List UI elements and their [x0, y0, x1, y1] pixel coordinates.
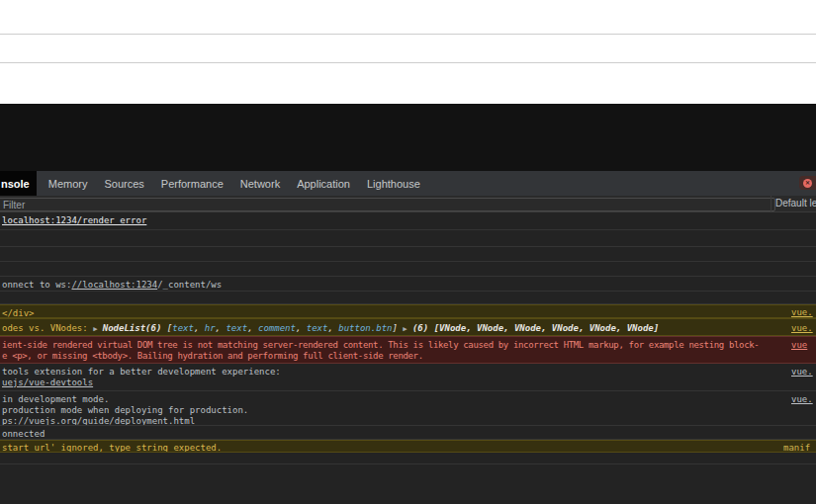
log-row-empty: [0, 453, 816, 464]
hydration-error-line1: ient-side rendered virtual DOM tree is n…: [2, 340, 816, 351]
dev-mode-line2: production mode when deploying for produ…: [2, 405, 816, 416]
warning-row-div: </div> vue.: [0, 304, 816, 318]
error-circle-icon: ✕: [803, 179, 812, 188]
console-filter-bar: Default lev: [0, 196, 816, 212]
devtools-tab-bar: nsole Memory Sources Performance Network…: [0, 171, 816, 196]
expand-arrow-icon[interactable]: ▶: [93, 325, 97, 333]
manifest-warning-text: start_url' ignored, type string expected…: [2, 443, 222, 453]
page-horizontal-rule-2: [0, 62, 816, 63]
source-link-vue[interactable]: vue: [791, 340, 807, 350]
bracket: ]: [392, 323, 397, 333]
devtools-tip-text: tools extension for a better development…: [2, 367, 816, 378]
log-level-dropdown[interactable]: Default lev: [775, 198, 816, 209]
comma: ,: [216, 323, 227, 333]
webpage-content-area: [0, 0, 816, 104]
vnode-array-preview: (6) [VNode, VNode, VNode, VNode, VNode, …: [412, 323, 659, 333]
expand-arrow-icon[interactable]: ▶: [403, 325, 407, 333]
log-row-connected: onnected: [0, 426, 816, 440]
screen: nsole Memory Sources Performance Network…: [0, 0, 816, 504]
log-row-websocket: onnect to ws://localhost:1234/_content/w…: [0, 277, 816, 292]
vue-devtools-link[interactable]: uejs/vue-devtools: [2, 378, 93, 387]
tab-lighthouse[interactable]: Lighthouse: [367, 178, 420, 190]
console-messages: localhost:1234/render_error onnect to ws…: [0, 212, 816, 504]
hydration-error-line2: e <p>, or missing <tbody>. Bailing hydra…: [2, 351, 816, 362]
source-link-vue[interactable]: vue.: [791, 323, 813, 333]
nodelist-warning-prefix: odes vs. VNodes:: [2, 323, 93, 333]
node-item: button.btn: [338, 323, 392, 333]
error-row-hydration: ient-side rendered virtual DOM tree is n…: [0, 336, 816, 364]
log-row-empty: [0, 292, 816, 304]
warning-row-manifest: start_url' ignored, type string expected…: [0, 440, 816, 453]
node-item: text: [307, 323, 328, 333]
tab-performance[interactable]: Performance: [161, 178, 224, 190]
deployment-guide-link[interactable]: ps://vuejs.org/guide/deployment.html: [2, 416, 195, 426]
node-item: text: [226, 323, 247, 333]
source-link-vue[interactable]: vue.: [791, 367, 813, 377]
node-item: comment: [258, 323, 296, 333]
source-link-manifest[interactable]: manif: [783, 443, 810, 453]
tab-sources[interactable]: Sources: [104, 178, 143, 190]
webpage-dark-section: [0, 104, 816, 171]
warning-row-nodelist: odes vs. VNodes: ▶ NodeList(6) [text, hr…: [0, 318, 816, 336]
log-row-render-error: localhost:1234/render_error: [0, 212, 816, 230]
filter-input[interactable]: [0, 198, 775, 211]
comma: ,: [194, 323, 205, 333]
tab-memory[interactable]: Memory: [48, 178, 88, 190]
error-count-badge[interactable]: ✕: [799, 176, 816, 190]
div-warning-text: </div>: [2, 308, 35, 318]
page-horizontal-rule-1: [0, 34, 816, 35]
node-item: text: [172, 323, 194, 333]
tab-console[interactable]: nsole: [0, 171, 37, 196]
log-row-empty: [0, 262, 816, 277]
connected-text: onnected: [2, 429, 45, 439]
node-item: hr: [205, 323, 216, 333]
render-error-link[interactable]: localhost:1234/render_error: [2, 215, 146, 225]
log-row-empty: [0, 247, 816, 262]
log-row-devtools-tip: tools extension for a better development…: [0, 364, 816, 391]
ws-url-link[interactable]: //localhost:1234: [71, 280, 157, 290]
log-row-empty: [0, 230, 816, 247]
tab-application[interactable]: Application: [297, 178, 350, 190]
ws-message-prefix: onnect to ws:: [2, 280, 71, 290]
comma: ,: [296, 323, 307, 333]
ws-message-suffix: /_content/ws: [157, 280, 222, 290]
comma: ,: [327, 323, 338, 333]
dev-mode-line1: in development mode.: [2, 394, 816, 405]
source-link-vue[interactable]: vue.: [791, 307, 813, 317]
log-row-dev-mode: in development mode. production mode whe…: [0, 391, 816, 426]
comma: ,: [247, 323, 258, 333]
nodelist-label: NodeList(6): [103, 323, 167, 333]
filter-bar-divider: [771, 196, 771, 212]
tab-network[interactable]: Network: [240, 178, 280, 190]
source-link-vue[interactable]: vue.: [791, 394, 813, 404]
